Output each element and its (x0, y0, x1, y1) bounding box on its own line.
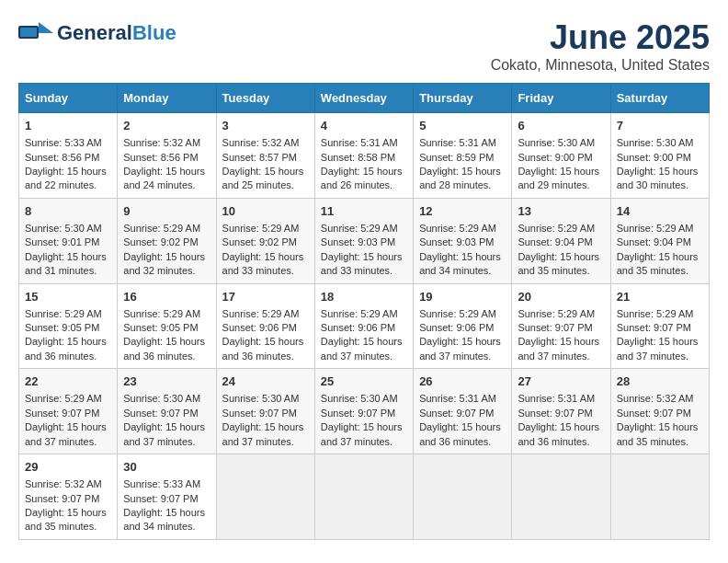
day-number: 27 (518, 373, 604, 390)
day-number: 29 (25, 459, 111, 476)
weekday-header-row: SundayMondayTuesdayWednesdayThursdayFrid… (19, 84, 710, 113)
day-info-line: and 25 minutes. (222, 178, 309, 192)
weekday-header-wednesday: Wednesday (314, 84, 413, 113)
day-info-line: and 33 minutes. (222, 264, 309, 278)
day-number: 17 (222, 289, 309, 305)
week-row-3: 15Sunrise: 5:29 AMSunset: 9:05 PMDayligh… (19, 283, 710, 369)
svg-marker-1 (39, 22, 53, 33)
calendar-cell (610, 454, 709, 540)
day-info-line: Sunrise: 5:31 AM (518, 392, 604, 406)
logo-blue: Blue (132, 21, 176, 44)
day-number: 2 (123, 118, 210, 134)
day-info-line: Sunrise: 5:31 AM (419, 136, 506, 150)
day-info-line: and 36 minutes. (25, 350, 111, 363)
day-info-line: Sunrise: 5:29 AM (222, 222, 309, 236)
day-info-line: and 33 minutes. (321, 264, 407, 278)
day-info-line: Sunset: 9:02 PM (222, 236, 309, 249)
day-info-line: Daylight: 15 hours (25, 335, 111, 349)
calendar-cell: 15Sunrise: 5:29 AMSunset: 9:05 PMDayligh… (19, 283, 118, 369)
day-info-line: Daylight: 15 hours (617, 165, 703, 178)
day-info-line: and 37 minutes. (321, 435, 407, 449)
day-info-line: Daylight: 15 hours (222, 250, 309, 264)
day-number: 11 (321, 203, 407, 220)
weekday-header-thursday: Thursday (414, 84, 512, 113)
day-info-line: Daylight: 15 hours (222, 165, 309, 178)
day-info-line: Sunset: 9:07 PM (222, 407, 309, 420)
day-info-line: and 35 minutes. (617, 264, 703, 278)
day-info-line: Sunrise: 5:29 AM (419, 307, 506, 321)
day-info-line: Daylight: 15 hours (419, 250, 506, 264)
day-info-line: Sunrise: 5:29 AM (617, 307, 703, 321)
day-info-line: Sunset: 9:03 PM (419, 236, 506, 249)
day-info-line: Sunset: 9:07 PM (321, 407, 407, 420)
day-info-line: and 36 minutes. (518, 435, 604, 449)
day-info-line: Daylight: 15 hours (25, 165, 111, 178)
calendar-cell: 30Sunrise: 5:33 AMSunset: 9:07 PMDayligh… (118, 454, 216, 540)
day-info-line: and 37 minutes. (617, 350, 703, 363)
day-info-line: Sunset: 8:58 PM (321, 151, 407, 165)
day-info-line: Sunset: 9:05 PM (25, 321, 111, 335)
calendar-cell: 13Sunrise: 5:29 AMSunset: 9:04 PMDayligh… (512, 198, 610, 283)
day-info-line: Sunset: 9:07 PM (25, 407, 111, 420)
calendar-cell: 6Sunrise: 5:30 AMSunset: 9:00 PMDaylight… (512, 113, 610, 199)
day-info-line: Sunrise: 5:29 AM (222, 307, 309, 321)
day-info-line: and 35 minutes. (518, 264, 604, 278)
day-info-line: Sunset: 8:57 PM (222, 151, 309, 165)
calendar-cell: 21Sunrise: 5:29 AMSunset: 9:07 PMDayligh… (610, 283, 709, 369)
day-info-line: Sunrise: 5:29 AM (123, 222, 210, 236)
day-info-line: and 28 minutes. (419, 178, 506, 192)
day-number: 16 (123, 289, 210, 305)
calendar-cell: 3Sunrise: 5:32 AMSunset: 8:57 PMDaylight… (216, 113, 314, 199)
day-info-line: Sunset: 9:07 PM (617, 407, 703, 420)
month-title: June 2025 (491, 18, 710, 57)
day-info-line: Sunrise: 5:29 AM (123, 307, 210, 321)
day-info-line: Sunset: 8:59 PM (419, 151, 506, 165)
day-number: 22 (25, 373, 111, 390)
calendar-cell: 18Sunrise: 5:29 AMSunset: 9:06 PMDayligh… (314, 283, 413, 369)
day-info-line: Daylight: 15 hours (518, 165, 604, 178)
calendar-cell (216, 454, 314, 540)
day-info-line: and 34 minutes. (123, 520, 210, 534)
weekday-header-tuesday: Tuesday (216, 84, 314, 113)
day-number: 23 (123, 373, 210, 390)
day-info-line: Sunset: 9:07 PM (123, 407, 210, 420)
calendar-cell: 8Sunrise: 5:30 AMSunset: 9:01 PMDaylight… (19, 198, 118, 283)
calendar-cell: 25Sunrise: 5:30 AMSunset: 9:07 PMDayligh… (314, 369, 413, 454)
week-row-2: 8Sunrise: 5:30 AMSunset: 9:01 PMDaylight… (19, 198, 710, 283)
day-number: 24 (222, 373, 309, 390)
calendar-cell: 24Sunrise: 5:30 AMSunset: 9:07 PMDayligh… (216, 369, 314, 454)
day-info-line: Sunrise: 5:30 AM (321, 392, 407, 406)
calendar-cell: 14Sunrise: 5:29 AMSunset: 9:04 PMDayligh… (610, 198, 709, 283)
day-info-line: and 36 minutes. (419, 435, 506, 449)
day-info-line: Daylight: 15 hours (419, 165, 506, 178)
day-info-line: and 37 minutes. (419, 350, 506, 363)
day-info-line: Sunrise: 5:32 AM (617, 392, 703, 406)
day-number: 28 (617, 373, 703, 390)
day-number: 14 (617, 203, 703, 220)
day-info-line: and 26 minutes. (321, 178, 407, 192)
calendar-cell: 16Sunrise: 5:29 AMSunset: 9:05 PMDayligh… (118, 283, 216, 369)
day-info-line: Sunrise: 5:29 AM (321, 307, 407, 321)
calendar-cell: 29Sunrise: 5:32 AMSunset: 9:07 PMDayligh… (19, 454, 118, 540)
day-info-line: Sunset: 9:06 PM (419, 321, 506, 335)
day-info-line: Daylight: 15 hours (518, 420, 604, 434)
day-info-line: Daylight: 15 hours (25, 250, 111, 264)
day-info-line: Daylight: 15 hours (518, 250, 604, 264)
day-number: 21 (617, 289, 703, 305)
day-info-line: Sunrise: 5:33 AM (25, 136, 111, 150)
day-info-line: Sunset: 9:06 PM (321, 321, 407, 335)
day-info-line: Sunrise: 5:29 AM (321, 222, 407, 236)
day-info-line: and 37 minutes. (321, 350, 407, 363)
day-number: 25 (321, 373, 407, 390)
week-row-5: 29Sunrise: 5:32 AMSunset: 9:07 PMDayligh… (19, 454, 710, 540)
day-number: 15 (25, 289, 111, 305)
calendar-cell: 22Sunrise: 5:29 AMSunset: 9:07 PMDayligh… (19, 369, 118, 454)
day-info-line: Daylight: 15 hours (25, 420, 111, 434)
calendar-cell: 7Sunrise: 5:30 AMSunset: 9:00 PMDaylight… (610, 113, 709, 199)
day-info-line: and 37 minutes. (222, 435, 309, 449)
day-info-line: Sunrise: 5:30 AM (25, 222, 111, 236)
calendar-cell: 19Sunrise: 5:29 AMSunset: 9:06 PMDayligh… (414, 283, 512, 369)
day-info-line: Sunset: 9:05 PM (123, 321, 210, 335)
day-info-line: and 37 minutes. (25, 435, 111, 449)
day-info-line: Sunset: 9:07 PM (518, 321, 604, 335)
